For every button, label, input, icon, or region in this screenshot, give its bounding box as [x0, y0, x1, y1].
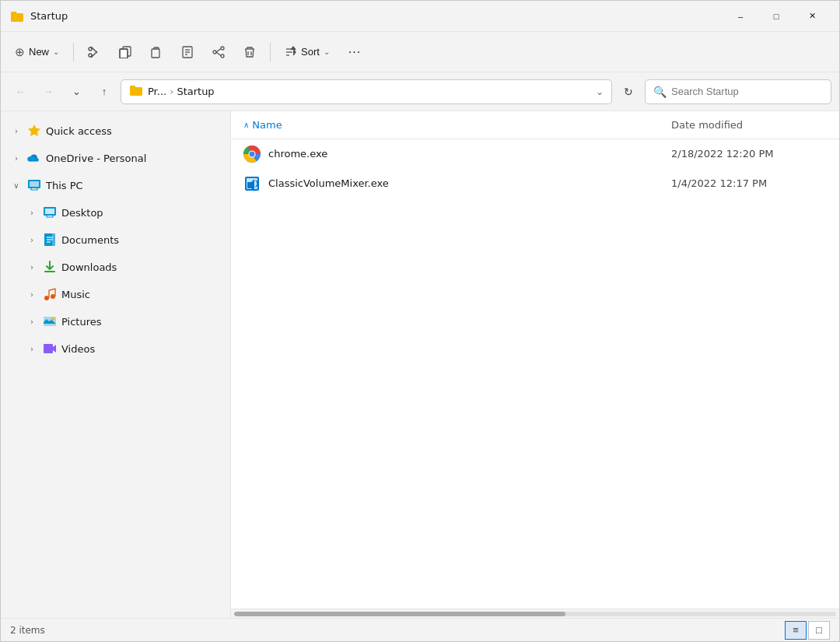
- share-icon: [212, 46, 225, 58]
- path-prefix: Pr...: [148, 86, 166, 97]
- pictures-icon: [43, 314, 57, 328]
- cut-icon: [88, 46, 100, 58]
- computer-icon: [27, 178, 41, 192]
- maximize-button[interactable]: □: [758, 4, 794, 29]
- svg-rect-17: [30, 181, 39, 187]
- paste-button[interactable]: [142, 38, 170, 66]
- cut-button[interactable]: [80, 38, 108, 66]
- music-icon: [43, 287, 57, 301]
- search-box[interactable]: 🔍: [645, 79, 831, 104]
- sidebar-item-videos[interactable]: › Videos: [4, 335, 227, 362]
- share-button[interactable]: [205, 38, 233, 66]
- name-column-header[interactable]: ∧ Name: [243, 119, 671, 131]
- back-button[interactable]: ←: [9, 80, 32, 103]
- status-count: 2 items: [10, 625, 45, 636]
- delete-button[interactable]: [236, 38, 264, 66]
- svg-rect-37: [247, 182, 251, 188]
- refresh-icon: ↻: [624, 86, 633, 98]
- documents-icon: [43, 233, 57, 247]
- list-view-icon: ≡: [793, 624, 799, 636]
- sidebar-item-quick-access[interactable]: › Quick access: [4, 118, 227, 144]
- sort-chevron-icon: ⌄: [324, 47, 330, 56]
- back-icon: ←: [16, 86, 26, 97]
- view-controls: ≡ □: [785, 621, 830, 640]
- sidebar-item-label: Downloads: [61, 261, 117, 273]
- sidebar-item-onedrive[interactable]: › OneDrive - Personal: [4, 145, 227, 171]
- file-date: 1/4/2022 12:17 PM: [671, 177, 827, 189]
- file-header: ∧ Name Date modified: [231, 111, 839, 139]
- desktop-icon: [43, 205, 57, 219]
- sidebar-item-pictures[interactable]: › Pictures: [4, 308, 227, 335]
- minimize-button[interactable]: –: [723, 4, 758, 29]
- more-button[interactable]: ···: [341, 38, 369, 66]
- tiles-view-button[interactable]: □: [808, 621, 830, 640]
- file-name: ClassicVolumeMixer.exe: [268, 177, 663, 189]
- sidebar-item-documents[interactable]: › Documents: [4, 226, 227, 253]
- titlebar: Startup – □ ✕: [1, 1, 839, 32]
- chevron-down-icon: ⌄: [72, 86, 81, 97]
- svg-point-29: [51, 317, 54, 321]
- breadcrumb: Pr... › Startup: [148, 86, 215, 97]
- new-chevron-icon: ⌄: [53, 47, 59, 56]
- chevron-right-icon: ›: [10, 125, 23, 137]
- address-chevron-icon: ⌄: [596, 86, 604, 97]
- date-column-header[interactable]: Date modified: [671, 119, 827, 131]
- chevron-right-icon: ›: [26, 315, 38, 328]
- toolbar-divider-1: [73, 43, 74, 61]
- svg-point-27: [51, 294, 55, 299]
- sort-label: Sort: [301, 46, 320, 58]
- table-row[interactable]: ClassicVolumeMixer.exe 1/4/2022 12:17 PM: [231, 169, 839, 198]
- sidebar-item-label: This PC: [46, 180, 83, 191]
- file-explorer-window: Startup – □ ✕ ⊕ New ⌄: [0, 0, 840, 642]
- sidebar-item-downloads[interactable]: › Downloads: [4, 254, 227, 280]
- sidebar-item-music[interactable]: › Music: [4, 281, 227, 307]
- folder-icon: [10, 9, 24, 23]
- more-icon: ···: [348, 45, 361, 59]
- file-list: chrome.exe 2/18/2022 12:20 PM: [231, 139, 839, 609]
- rename-icon: [181, 46, 194, 58]
- file-date: 2/18/2022 12:20 PM: [671, 148, 827, 160]
- chevron-right-icon: ›: [10, 152, 23, 164]
- refresh-button[interactable]: ↻: [617, 80, 640, 103]
- path-folder: Startup: [177, 86, 214, 97]
- svg-point-26: [44, 296, 49, 300]
- sidebar-item-this-pc[interactable]: ∨ This PC: [4, 172, 227, 198]
- rename-button[interactable]: [173, 38, 201, 66]
- list-view-button[interactable]: ≡: [785, 621, 807, 640]
- svg-rect-19: [45, 209, 54, 214]
- forward-icon: →: [44, 86, 54, 97]
- svg-point-8: [221, 47, 224, 50]
- statusbar: 2 items ≡ □: [1, 618, 839, 641]
- sidebar-item-label: Music: [61, 289, 90, 300]
- cloud-icon: [27, 151, 41, 165]
- sidebar-item-label: Pictures: [61, 316, 101, 328]
- sort-button[interactable]: Sort ⌄: [277, 38, 338, 66]
- table-row[interactable]: chrome.exe 2/18/2022 12:20 PM: [231, 139, 839, 169]
- close-button[interactable]: ✕: [794, 4, 830, 29]
- sort-icon: [285, 46, 297, 58]
- recent-locations-button[interactable]: ⌄: [65, 80, 88, 103]
- svg-line-11: [216, 48, 221, 52]
- sidebar-item-desktop[interactable]: › Desktop: [4, 199, 227, 226]
- up-icon: ↑: [102, 86, 107, 97]
- new-label: New: [29, 46, 49, 58]
- svg-rect-30: [44, 344, 53, 353]
- svg-point-34: [250, 151, 255, 156]
- address-bar[interactable]: Pr... › Startup ⌄: [121, 79, 612, 104]
- up-button[interactable]: ↑: [93, 80, 116, 103]
- search-icon: 🔍: [653, 86, 667, 98]
- tiles-view-icon: □: [816, 624, 822, 636]
- chevron-right-icon: ›: [26, 206, 38, 219]
- search-input[interactable]: [671, 86, 823, 97]
- svg-rect-3: [152, 49, 159, 58]
- forward-button[interactable]: →: [37, 80, 60, 103]
- new-button[interactable]: ⊕ New ⌄: [7, 38, 67, 66]
- chevron-down-icon: ∨: [10, 179, 23, 191]
- scrollbar-thumb[interactable]: [234, 612, 565, 616]
- copy-button[interactable]: [111, 38, 139, 66]
- classic-volume-file-icon: [243, 175, 261, 192]
- horizontal-scrollbar[interactable]: [231, 609, 839, 618]
- window-controls: – □ ✕: [723, 4, 830, 29]
- sidebar-item-label: Documents: [61, 234, 119, 246]
- chrome-file-icon: [243, 146, 261, 163]
